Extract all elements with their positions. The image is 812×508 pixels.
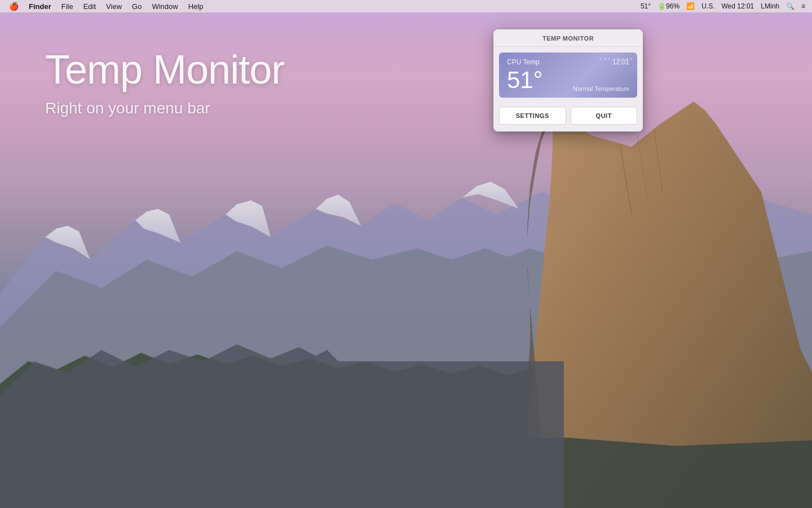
app-subtitle: Right on your menu bar <box>45 99 284 117</box>
notification-center[interactable]: ≡ <box>799 2 807 10</box>
username-text: LMinh <box>761 2 779 10</box>
popup-buttons: SETTINGS QUIT <box>493 102 643 132</box>
edit-menu-label: Edit <box>83 2 96 11</box>
window-menu[interactable]: Window <box>147 0 182 12</box>
edit-menu[interactable]: Edit <box>79 0 100 12</box>
search-icon-menubar[interactable]: 🔍 <box>784 2 797 10</box>
datetime-text: Wed 12:01 <box>721 2 754 10</box>
datetime-display: Wed 12:01 <box>719 2 756 10</box>
file-menu-label: File <box>61 2 73 11</box>
battery-icon: 🔋 <box>657 2 666 10</box>
menubar-left: 🍎 Finder File Edit View Go Window Help <box>5 0 208 12</box>
app-main-title: Temp Monitor <box>45 46 284 93</box>
finder-label: Finder <box>29 2 51 11</box>
temp-status: Normal Temperature <box>573 85 629 92</box>
temp-monitor-popup: TEMP MONITOR ✦ ✦✦ ✦✦✦ ✦✦ CPU Temp 12:01 … <box>493 29 643 132</box>
apple-logo-icon: 🍎 <box>9 2 19 11</box>
cpu-temp-label: CPU Temp <box>507 58 540 66</box>
quit-button[interactable]: QUIT <box>571 107 638 125</box>
finder-menu[interactable]: Finder <box>24 0 56 12</box>
settings-button[interactable]: SETTINGS <box>499 107 566 125</box>
search-icon: 🔍 <box>786 2 795 10</box>
username-display: LMinh <box>758 2 782 10</box>
temp-reading: 51° <box>641 2 651 10</box>
temp-monitor-menubar[interactable]: 51° <box>638 2 653 10</box>
popup-header: TEMP MONITOR <box>493 29 643 47</box>
battery-indicator: 🔋 96% <box>655 2 682 10</box>
locale-indicator: U.S. <box>699 2 717 10</box>
temp-display-card: ✦ ✦✦ ✦✦✦ ✦✦ CPU Temp 12:01 51° Normal Te… <box>499 52 637 98</box>
go-menu-label: Go <box>132 2 142 11</box>
battery-percent: 96% <box>666 2 679 10</box>
birds-decoration: ✦ ✦✦ ✦✦✦ ✦✦ <box>598 56 633 62</box>
menubar: 🍎 Finder File Edit View Go Window Help 5… <box>0 0 812 12</box>
go-menu[interactable]: Go <box>127 0 146 12</box>
window-menu-label: Window <box>152 2 178 11</box>
file-menu[interactable]: File <box>57 0 78 12</box>
wifi-icon: 📶 <box>686 2 695 10</box>
view-menu-label: View <box>106 2 122 11</box>
apple-menu[interactable]: 🍎 <box>5 0 23 12</box>
help-menu-label: Help <box>188 2 204 11</box>
desktop-content: Temp Monitor Right on your menu bar TEMP… <box>0 12 812 508</box>
menubar-right: 51° 🔋 96% 📶 U.S. Wed 12:01 LMinh 🔍 ≡ <box>638 2 807 10</box>
notification-icon: ≡ <box>801 2 805 10</box>
locale-label: U.S. <box>701 2 714 10</box>
app-title-area: Temp Monitor Right on your menu bar <box>45 46 284 117</box>
wifi-indicator: 📶 <box>684 2 697 10</box>
view-menu[interactable]: View <box>102 0 126 12</box>
help-menu[interactable]: Help <box>184 0 208 12</box>
